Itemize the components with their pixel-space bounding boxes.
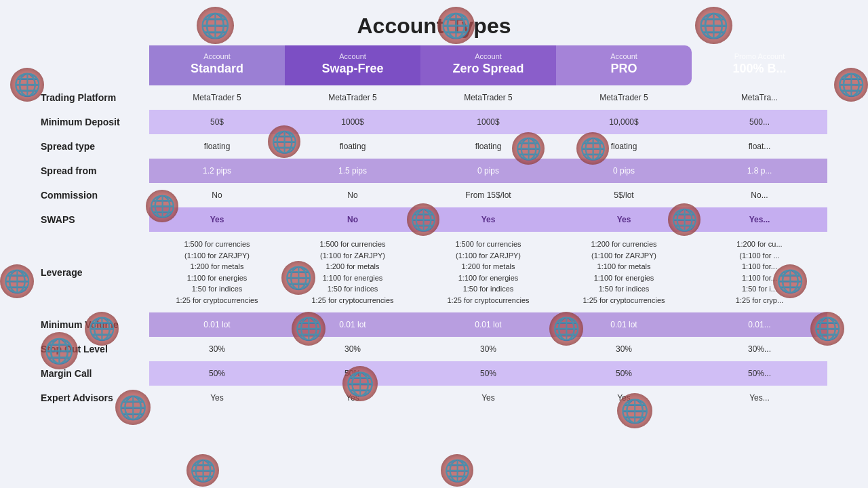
column-header-zero-spread: AccountZero Spread [420,45,556,85]
globe-icon-g23 [186,454,219,487]
cell-10-2: Yes [420,386,556,410]
row-label-margin-call: Margin Call [41,361,149,386]
cell-0-2: MetaTrader 5 [420,85,556,110]
cell-10-3: Yes [556,386,692,410]
cell-1-3: 10,000$ [556,110,692,134]
cell-4-2: From 15$/lot [420,183,556,207]
column-header-pro: AccountPRO [556,45,692,85]
cell-9-2: 50% [420,361,556,386]
cell-7-3: 0.01 lot [556,312,692,337]
cell-2-2: floating [420,134,556,159]
table-row: Spread typefloatingfloatingfloatingfloat… [41,134,827,159]
cell-1-1: 1000$ [285,110,420,134]
cell-7-4: 0.01... [692,312,827,337]
cell-2-0: floating [149,134,285,159]
cell-3-0: 1.2 pips [149,159,285,183]
row-label-spread-type: Spread type [41,134,149,159]
table-wrapper: AccountStandardAccountSwap-FreeAccountZe… [41,45,827,410]
table-row: Stop Out Level30%30%30%30%30%... [41,337,827,361]
cell-4-1: No [285,183,420,207]
row-label-stop-out-level: Stop Out Level [41,337,149,361]
cell-6-4: 1:200 for cu...(1:100 for ...1:100 for..… [692,232,827,312]
column-header-100%-b...: Promo Account100% B... [692,45,827,85]
column-header-standard: AccountStandard [149,45,285,85]
row-label-leverage: Leverage [41,232,149,312]
table-row: Margin Call50%50%50%50%50%... [41,361,827,386]
cell-3-2: 0 pips [420,159,556,183]
page-title: Account Types [0,0,868,45]
table-scroll: AccountStandardAccountSwap-FreeAccountZe… [41,45,827,410]
cell-3-1: 1.5 pips [285,159,420,183]
cell-8-2: 30% [420,337,556,361]
row-label-swaps: SWAPS [41,207,149,232]
cell-2-4: float... [692,134,827,159]
table-row: Spread from1.2 pips1.5 pips0 pips0 pips1… [41,159,827,183]
row-label-commission: Commission [41,183,149,207]
cell-5-2: Yes [420,207,556,232]
cell-0-3: MetaTrader 5 [556,85,692,110]
cell-8-1: 30% [285,337,420,361]
row-label-minimum-volume: Minimum Volume [41,312,149,337]
cell-6-2: 1:500 for currencies(1:100 for ZARJPY)1:… [420,232,556,312]
cell-6-1: 1:500 for currencies(1:100 for ZARJPY)1:… [285,232,420,312]
table-row: SWAPSYesNoYesYesYes... [41,207,827,232]
account-types-table: AccountStandardAccountSwap-FreeAccountZe… [41,45,827,410]
globe-icon-g24 [441,454,473,487]
cell-3-3: 0 pips [556,159,692,183]
table-row: Minimum Deposit50$1000$1000$10,000$500..… [41,110,827,134]
table-row: CommissionNoNoFrom 15$/lot5$/lotNo... [41,183,827,207]
cell-10-4: Yes... [692,386,827,410]
table-row: Minimum Volume0.01 lot0.01 lot0.01 lot0.… [41,312,827,337]
globe-icon-g14 [0,264,34,298]
cell-10-0: Yes [149,386,285,410]
cell-6-3: 1:200 for currencies(1:100 for ZARJPY)1:… [556,232,692,312]
cell-9-3: 50% [556,361,692,386]
table-row: Expert AdvisorsYesYesYesYesYes... [41,386,827,410]
cell-5-3: Yes [556,207,692,232]
cell-1-2: 1000$ [420,110,556,134]
cell-0-1: MetaTrader 5 [285,85,420,110]
cell-2-1: floating [285,134,420,159]
cell-9-0: 50% [149,361,285,386]
cell-8-3: 30% [556,337,692,361]
table-row: Trading PlatformMetaTrader 5MetaTrader 5… [41,85,827,110]
cell-7-2: 0.01 lot [420,312,556,337]
cell-10-1: Yes [285,386,420,410]
cell-8-0: 30% [149,337,285,361]
cell-2-3: floating [556,134,692,159]
cell-8-4: 30%... [692,337,827,361]
cell-4-3: 5$/lot [556,183,692,207]
cell-5-0: Yes [149,207,285,232]
row-label-minimum-deposit: Minimum Deposit [41,110,149,134]
globe-icon-g4 [10,68,44,102]
globe-icon-g5 [834,68,868,102]
cell-3-4: 1.8 p... [692,159,827,183]
cell-1-4: 500... [692,110,827,134]
row-label-expert-advisors: Expert Advisors [41,386,149,410]
cell-1-0: 50$ [149,110,285,134]
cell-7-0: 0.01 lot [149,312,285,337]
cell-7-1: 0.01 lot [285,312,420,337]
cell-9-4: 50%... [692,361,827,386]
cell-9-1: 50% [285,361,420,386]
table-row: Leverage1:500 for currencies(1:100 for Z… [41,232,827,312]
row-label-spread-from: Spread from [41,159,149,183]
cell-5-1: No [285,207,420,232]
cell-0-0: MetaTrader 5 [149,85,285,110]
cell-5-4: Yes... [692,207,827,232]
cell-6-0: 1:500 for currencies(1:100 for ZARJPY)1:… [149,232,285,312]
cell-4-4: No... [692,183,827,207]
row-label-trading-platform: Trading Platform [41,85,149,110]
column-header-swap-free: AccountSwap-Free [285,45,420,85]
cell-4-0: No [149,183,285,207]
cell-0-4: MetaTra... [692,85,827,110]
